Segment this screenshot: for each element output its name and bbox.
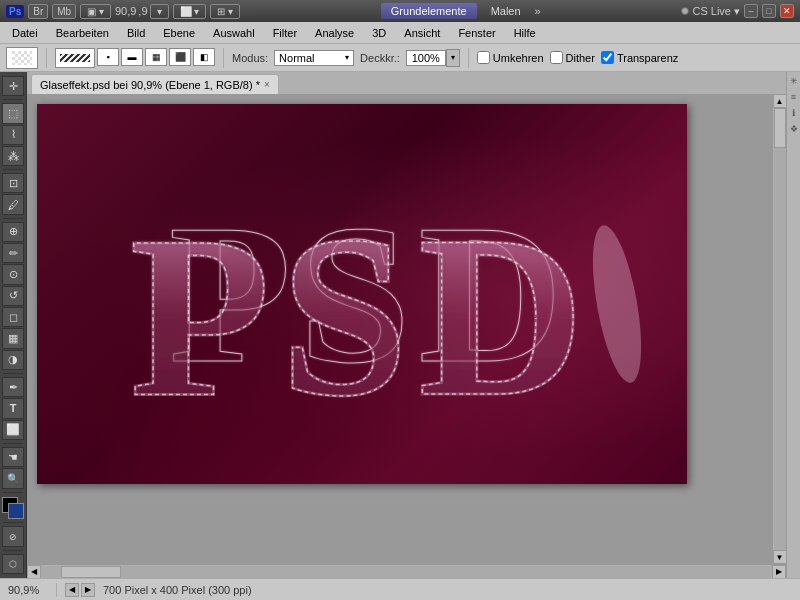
deckkraft-label: Deckkr.: <box>360 52 400 64</box>
brush-pat-5[interactable]: ◧ <box>193 48 215 66</box>
left-toolbar: ✛ ⬚ ⌇ ⁂ ⊡ 🖊 ⊕ ✏ ⊙ ↺ ◻ ▦ ◑ ✒ T ⬜ ☚ 🔍 ⊘ ⬡ <box>0 72 27 578</box>
brush-pat-2[interactable]: ▬ <box>121 48 143 66</box>
tool-eraser[interactable]: ◻ <box>2 307 24 327</box>
deckkraft-input[interactable]: 100% <box>406 50 446 66</box>
tool-dodge[interactable]: ◑ <box>2 350 24 370</box>
canvas-row: PSD <box>27 94 786 564</box>
horizontal-scrollbar[interactable]: ◀ ▶ <box>27 564 786 578</box>
brush-pat-4[interactable]: ⬛ <box>169 48 191 66</box>
tool-gradient[interactable]: ▦ <box>2 328 24 348</box>
modus-arrow: ▾ <box>345 53 349 62</box>
canvas-wrapper: PSD <box>27 94 772 564</box>
tool-magic-wand[interactable]: ⁂ <box>2 146 24 166</box>
scroll-right[interactable]: ▶ <box>772 565 786 579</box>
menu-datei[interactable]: Datei <box>4 25 46 41</box>
tool-preset-picker[interactable] <box>6 47 38 69</box>
menu-filter[interactable]: Filter <box>265 25 305 41</box>
tool-heal[interactable]: ⊕ <box>2 222 24 242</box>
tool-move[interactable]: ✛ <box>2 76 24 96</box>
scroll-track[interactable] <box>774 108 786 550</box>
modus-select[interactable]: Normal ▾ <box>274 50 354 66</box>
menu-ansicht[interactable]: Ansicht <box>396 25 448 41</box>
grundelemente-button[interactable]: Grundelemente <box>381 3 477 19</box>
expand-icon[interactable]: » <box>535 5 541 17</box>
view-control[interactable]: ⬜ ▾ <box>173 4 207 19</box>
window-maximize[interactable]: □ <box>762 4 776 18</box>
window-minimize[interactable]: – <box>744 4 758 18</box>
scroll-down[interactable]: ▼ <box>773 550 787 564</box>
angle-control[interactable]: ▾ <box>150 4 169 19</box>
tool-clone[interactable]: ⊙ <box>2 264 24 284</box>
panel-icon-1[interactable]: ✳ <box>789 76 799 86</box>
panel-icon-4[interactable]: ❖ <box>789 124 799 134</box>
menu-hilfe[interactable]: Hilfe <box>506 25 544 41</box>
brush-preview[interactable] <box>55 48 95 68</box>
status-nav-right[interactable]: ▶ <box>81 583 95 597</box>
document-tab[interactable]: Glaseffekt.psd bei 90,9% (Ebene 1, RGB/8… <box>31 74 279 94</box>
vertical-scrollbar[interactable]: ▲ ▼ <box>772 94 786 564</box>
transparenz-checkbox[interactable] <box>601 51 614 64</box>
panel-icon-2[interactable]: ≡ <box>789 92 799 102</box>
menu-auswahl[interactable]: Auswahl <box>205 25 263 41</box>
malen-button[interactable]: Malen <box>483 3 529 19</box>
br-badge[interactable]: Br <box>28 4 48 19</box>
h-scroll-track[interactable] <box>41 566 772 578</box>
tab-title: Glaseffekt.psd bei 90,9% (Ebene 1, RGB/8… <box>40 79 260 91</box>
tool-lasso[interactable]: ⌇ <box>2 125 24 145</box>
tool-pen[interactable]: ✒ <box>2 377 24 397</box>
main-area: ✛ ⬚ ⌇ ⁂ ⊡ 🖊 ⊕ ✏ ⊙ ↺ ◻ ▦ ◑ ✒ T ⬜ ☚ 🔍 ⊘ ⬡ <box>0 72 800 578</box>
ps-logo: Ps <box>6 5 24 18</box>
brush-pat-1[interactable]: ▪ <box>97 48 119 66</box>
right-panel: ✳ ≡ ℹ ❖ <box>786 72 800 578</box>
tool-sep-3 <box>3 218 23 219</box>
scroll-thumb[interactable] <box>774 108 786 148</box>
menu-fenster[interactable]: Fenster <box>450 25 503 41</box>
scroll-up[interactable]: ▲ <box>773 94 787 108</box>
menu-bearbeiten[interactable]: Bearbeiten <box>48 25 117 41</box>
scroll-left[interactable]: ◀ <box>27 565 41 579</box>
brush-pat-3[interactable]: ▦ <box>145 48 167 66</box>
options-divider-2 <box>223 48 224 68</box>
tool-text[interactable]: T <box>2 398 24 418</box>
status-nav-left[interactable]: ◀ <box>65 583 79 597</box>
cs-live[interactable]: CS Live ▾ <box>681 5 740 18</box>
view-control2[interactable]: ⊞ ▾ <box>210 4 240 19</box>
menu-3d[interactable]: 3D <box>364 25 394 41</box>
menu-ebene[interactable]: Ebene <box>155 25 203 41</box>
tab-bar: Glaseffekt.psd bei 90,9% (Ebene 1, RGB/8… <box>27 72 786 94</box>
tool-history[interactable]: ↺ <box>2 286 24 306</box>
tool-eyedropper[interactable]: 🖊 <box>2 194 24 214</box>
tool-hand[interactable]: ☚ <box>2 447 24 467</box>
deckkraft-btn[interactable]: ▾ <box>446 49 460 67</box>
ps-canvas[interactable]: PSD <box>37 104 687 484</box>
tab-close[interactable]: × <box>264 79 270 90</box>
menubar: Datei Bearbeiten Bild Ebene Auswahl Filt… <box>0 22 800 44</box>
umkehren-checkbox[interactable] <box>477 51 490 64</box>
status-nav: ◀ ▶ <box>65 583 95 597</box>
tool-brush[interactable]: ✏ <box>2 243 24 263</box>
modus-label: Modus: <box>232 52 268 64</box>
menu-bild[interactable]: Bild <box>119 25 153 41</box>
cs-dot <box>681 7 689 15</box>
color-tools <box>2 497 24 519</box>
background-color[interactable] <box>8 503 24 519</box>
window-close[interactable]: ✕ <box>780 4 794 18</box>
angle-value: 90,9 <box>115 5 136 17</box>
tool-screenmode[interactable]: ⬡ <box>2 554 24 574</box>
canvas-control[interactable]: ▣ ▾ <box>80 4 111 19</box>
panel-icon-3[interactable]: ℹ <box>789 108 799 118</box>
transparenz-label: Transparenz <box>617 52 678 64</box>
mb-badge[interactable]: Mb <box>52 4 76 19</box>
tool-shape[interactable]: ⬜ <box>2 420 24 440</box>
tool-crop[interactable]: ⊡ <box>2 173 24 193</box>
menu-analyse[interactable]: Analyse <box>307 25 362 41</box>
h-scroll-thumb[interactable] <box>61 566 121 578</box>
status-divider <box>56 583 57 597</box>
umkehren-label: Umkehren <box>493 52 544 64</box>
tool-sep-1 <box>3 99 23 100</box>
tool-marquee[interactable]: ⬚ <box>2 103 24 123</box>
tool-zoom[interactable]: 🔍 <box>2 468 24 488</box>
dither-checkbox[interactable] <box>550 51 563 64</box>
statusbar: 90,9% ◀ ▶ 700 Pixel x 400 Pixel (300 ppi… <box>0 578 800 600</box>
tool-quickmask[interactable]: ⊘ <box>2 526 24 546</box>
